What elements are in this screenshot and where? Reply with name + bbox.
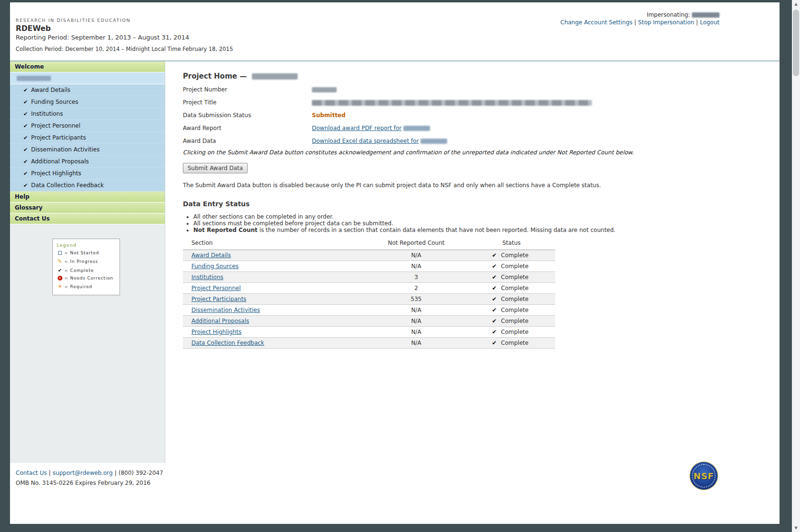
section-link-dissemination-activities[interactable]: Dissemination Activities: [191, 307, 260, 313]
scrollbar-thumb[interactable]: [793, 10, 799, 76]
status-label: Complete: [501, 307, 529, 313]
sidebar-item-data-collection-feedback[interactable]: ✔Data Collection Feedback: [10, 180, 165, 191]
table-row: Project Personnel 2 ✔Complete: [183, 283, 555, 294]
account-links: Change Account Settings|Stop Impersonati…: [560, 19, 720, 26]
status-label: Complete: [501, 329, 529, 335]
section-link-additional-proposals[interactable]: Additional Proposals: [191, 318, 249, 324]
complete-check-icon: ✔: [492, 340, 497, 346]
check-icon: ✔: [23, 111, 28, 117]
nsf-logo-text: NSF: [693, 471, 714, 481]
sidebar-item-contact-us[interactable]: Contact Us: [10, 213, 165, 224]
sidebar-item-dissemination-activities[interactable]: ✔Dissemination Activities: [10, 144, 165, 156]
section-link-project-participants[interactable]: Project Participants: [191, 296, 246, 302]
legend-equals: =: [64, 276, 68, 281]
data-entry-status-heading: Data Entry Status: [183, 200, 780, 208]
column-header-not-reported-count: Not Reported Count: [380, 238, 452, 250]
section-link-award-details[interactable]: Award Details: [191, 252, 231, 259]
complete-icon: [57, 268, 63, 273]
legend-row: = Required: [57, 283, 116, 290]
not-reported-count: N/A: [380, 327, 452, 338]
sidebar-item-project-personnel[interactable]: ✔Project Personnel: [10, 120, 165, 132]
section-link-institutions[interactable]: Institutions: [191, 274, 223, 281]
status-label: Complete: [501, 296, 529, 302]
scrollbar-down-arrow-icon[interactable]: [792, 524, 800, 532]
omb-notice: OMB No. 3145-0226 Expires February 29, 2…: [16, 480, 780, 486]
bullet-item: All sections must be completed before pr…: [193, 220, 780, 227]
footer-phone: (800) 392-2047: [119, 470, 163, 476]
check-icon: ✔: [23, 123, 28, 129]
sidebar-item-label: Project Personnel: [31, 122, 80, 129]
not-reported-count: 535: [380, 294, 452, 305]
bullet-text: is the number of records in a section th…: [258, 227, 616, 233]
footer-email-link[interactable]: support@rdeweb.org: [53, 470, 113, 476]
download-pdf-report-link[interactable]: Download award PDF report for: [312, 125, 401, 131]
field-label: Project Title: [183, 99, 312, 106]
sidebar-item-additional-proposals[interactable]: ✔Additional Proposals: [10, 156, 165, 168]
legend-title: Legend: [57, 242, 116, 248]
sidebar-item-glossary[interactable]: Glossary: [10, 202, 165, 213]
legend-label: Complete: [70, 268, 94, 273]
field-project-title: Project Title: [183, 99, 780, 106]
account-area: Impersonating: Change Account Settings|S…: [560, 11, 720, 26]
collection-period: Collection Period: December 10, 2014 – M…: [16, 46, 780, 52]
sidebar-item-help[interactable]: Help: [10, 191, 165, 202]
sidebar-item-welcome[interactable]: Welcome: [10, 61, 165, 72]
impersonating-line: Impersonating:: [560, 11, 720, 19]
sidebar-item-project-participants[interactable]: ✔Project Participants: [10, 132, 165, 144]
redacted-value: [420, 139, 447, 144]
check-icon: ✔: [23, 159, 28, 165]
check-icon: ✔: [23, 87, 28, 93]
check-icon: ✔: [23, 99, 28, 105]
vertical-scrollbar[interactable]: [792, 0, 800, 532]
table-row: Award Details N/A ✔Complete: [183, 250, 555, 261]
complete-check-icon: ✔: [492, 252, 497, 259]
section-link-funding-sources[interactable]: Funding Sources: [191, 263, 239, 270]
main-content: Project Home — Project Number Project Ti…: [165, 61, 780, 463]
sidebar-item-award-details[interactable]: ✔Award Details: [10, 84, 165, 96]
body-region: Welcome ✔Award Details ✔Funding Sources …: [10, 60, 780, 463]
sidebar-item-current-project[interactable]: [10, 72, 165, 84]
table-row: Dissemination Activities N/A ✔Complete: [183, 305, 555, 316]
sidebar-item-label: Award Details: [31, 87, 70, 93]
complete-check-icon: ✔: [492, 263, 497, 270]
stop-impersonation-link[interactable]: Stop Impersonation: [638, 19, 694, 26]
table-row: Additional Proposals N/A ✔Complete: [183, 316, 555, 327]
complete-check-icon: ✔: [492, 296, 497, 302]
change-account-settings-link[interactable]: Change Account Settings: [560, 19, 632, 26]
section-link-project-highlights[interactable]: Project Highlights: [191, 329, 241, 335]
logout-link[interactable]: Logout: [700, 19, 720, 26]
not-reported-count: 3: [380, 272, 452, 283]
sidebar-item-label: Dissemination Activities: [31, 146, 100, 153]
scrollbar-up-arrow-icon[interactable]: [792, 0, 800, 8]
sidebar-item-label: Funding Sources: [31, 99, 78, 105]
section-link-data-collection-feedback[interactable]: Data Collection Feedback: [191, 340, 264, 346]
field-label: Award Report: [183, 125, 312, 132]
table-row: Project Highlights N/A ✔Complete: [183, 327, 555, 338]
page-title: Project Home —: [183, 72, 780, 80]
download-excel-data-link[interactable]: Download Excel data spreadsheet for: [312, 138, 419, 144]
sidebar-item-project-highlights[interactable]: ✔Project Highlights: [10, 168, 165, 180]
bullet-text: All other sections can be completed in a…: [193, 213, 334, 220]
column-header-section: Section: [183, 238, 380, 250]
redacted-value: [312, 100, 592, 106]
sidebar: Welcome ✔Award Details ✔Funding Sources …: [10, 61, 165, 463]
reporting-period: Reporting Period: September 1, 2013 – Au…: [16, 34, 780, 41]
submit-award-data-button[interactable]: Submit Award Data: [183, 163, 248, 173]
footer-separator: |: [115, 470, 117, 476]
footer-contact-us-link[interactable]: Contact Us: [16, 470, 47, 476]
legend-label: In Progress: [70, 259, 98, 264]
bullet-text: All sections must be completed before pr…: [193, 220, 393, 227]
redacted-impersonated-user: [692, 12, 720, 18]
field-label: Project Number: [183, 86, 312, 93]
legend-equals: =: [64, 251, 68, 255]
field-project-number: Project Number: [183, 86, 780, 93]
legend-equals: =: [64, 268, 68, 273]
sidebar-item-institutions[interactable]: ✔Institutions: [10, 108, 165, 120]
status-label: Complete: [501, 252, 529, 259]
bullet-bold: Not Reported Count: [193, 227, 258, 233]
section-link-project-personnel[interactable]: Project Personnel: [191, 285, 241, 291]
sidebar-item-funding-sources[interactable]: ✔Funding Sources: [10, 96, 165, 108]
complete-check-icon: ✔: [492, 329, 497, 335]
status-badge: Submitted: [312, 112, 346, 119]
redacted-value: [403, 126, 430, 131]
